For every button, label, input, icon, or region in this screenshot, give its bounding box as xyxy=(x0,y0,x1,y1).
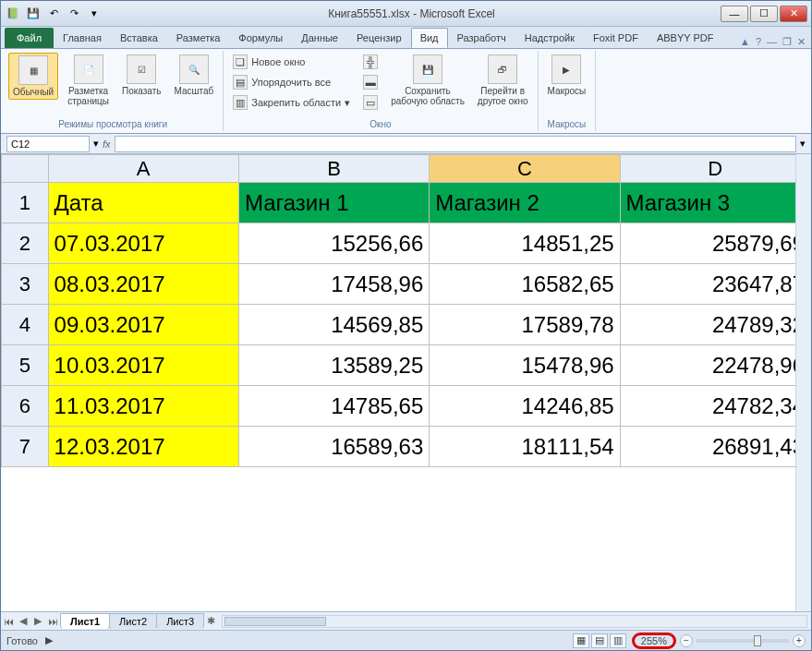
sheet-tab-3[interactable]: Лист3 xyxy=(156,613,204,629)
cell-B5[interactable]: 13589,25 xyxy=(238,345,429,386)
tab-developer[interactable]: Разработч xyxy=(448,28,515,48)
formula-expand-icon[interactable]: ▾ xyxy=(800,138,806,150)
save-icon[interactable]: 💾 xyxy=(25,6,42,22)
cell-D4[interactable]: 24789,32 xyxy=(620,305,810,345)
zoom-percent[interactable]: 255% xyxy=(637,634,671,647)
cell-C4[interactable]: 17589,78 xyxy=(430,305,620,345)
save-workspace-button[interactable]: 💾 Сохранить рабочую область xyxy=(387,53,468,108)
formula-input[interactable] xyxy=(115,136,796,152)
row-header-3[interactable]: 3 xyxy=(2,264,49,305)
row-header-2[interactable]: 2 xyxy=(2,223,49,264)
cell-B7[interactable]: 16589,63 xyxy=(238,427,429,467)
macro-record-icon[interactable]: ▶ xyxy=(45,634,53,646)
zoom-button[interactable]: 🔍 Масштаб xyxy=(170,53,217,98)
row-header-4[interactable]: 4 xyxy=(2,305,49,345)
cell-C2[interactable]: 14851,25 xyxy=(430,223,620,264)
fx-label[interactable]: fx xyxy=(103,139,111,150)
horizontal-scrollbar[interactable] xyxy=(222,615,807,628)
tab-home[interactable]: Главная xyxy=(54,28,111,48)
zoom-out-button[interactable]: − xyxy=(680,634,693,647)
tab-view[interactable]: Вид xyxy=(411,28,448,48)
zoom-slider[interactable] xyxy=(697,639,789,643)
close-button[interactable]: ✕ xyxy=(780,6,807,22)
cell-A3[interactable]: 08.03.2017 xyxy=(48,264,238,305)
tab-foxit[interactable]: Foxit PDF xyxy=(584,28,648,48)
minimize-button[interactable]: — xyxy=(721,6,748,22)
col-header-A[interactable]: A xyxy=(48,155,238,183)
cell-D7[interactable]: 26891,43 xyxy=(620,427,810,467)
cell-D1[interactable]: Магазин 3 xyxy=(620,183,810,223)
workbook-minimize-icon[interactable]: — xyxy=(767,36,777,48)
worksheet-grid[interactable]: ABCD1ДатаМагазин 1Магазин 2Магазин 3207.… xyxy=(1,154,811,611)
tab-addins[interactable]: Надстройк xyxy=(515,28,584,48)
row-header-5[interactable]: 5 xyxy=(2,345,49,386)
tab-insert[interactable]: Вставка xyxy=(111,28,167,48)
col-header-D[interactable]: D xyxy=(620,155,810,183)
sheet-nav-last-icon[interactable]: ⏭ xyxy=(45,616,60,627)
name-box[interactable]: C12 xyxy=(6,136,90,152)
new-window-button[interactable]: ❏Новое окно xyxy=(229,53,309,71)
split-button[interactable]: ╬ xyxy=(359,53,382,71)
sheet-nav-next-icon[interactable]: ▶ xyxy=(30,615,45,627)
cell-B6[interactable]: 14785,65 xyxy=(238,386,429,427)
unhide-button[interactable]: ▭ xyxy=(359,93,382,112)
cell-C5[interactable]: 15478,96 xyxy=(430,345,620,386)
undo-icon[interactable]: ↶ xyxy=(45,6,62,22)
show-button[interactable]: ☑ Показать xyxy=(118,53,165,98)
cell-B2[interactable]: 15256,66 xyxy=(238,223,429,264)
vertical-scrollbar[interactable] xyxy=(795,154,811,611)
tab-formulas[interactable]: Формулы xyxy=(229,28,292,48)
view-pagelayout-icon[interactable]: ▤ xyxy=(591,633,608,648)
sheet-nav-prev-icon[interactable]: ◀ xyxy=(16,615,30,627)
cell-C1[interactable]: Магазин 2 xyxy=(430,183,620,223)
cell-A4[interactable]: 09.03.2017 xyxy=(48,305,238,345)
cell-A6[interactable]: 11.03.2017 xyxy=(48,386,238,427)
freeze-button[interactable]: ▥Закрепить области▾ xyxy=(229,93,354,112)
cell-B1[interactable]: Магазин 1 xyxy=(238,183,429,223)
maximize-button[interactable]: ☐ xyxy=(750,6,778,22)
tab-review[interactable]: Рецензир xyxy=(347,28,411,48)
cell-C7[interactable]: 18111,54 xyxy=(430,427,620,467)
cell-B4[interactable]: 14569,85 xyxy=(238,305,429,345)
cell-A2[interactable]: 07.03.2017 xyxy=(48,223,238,264)
cell-A1[interactable]: Дата xyxy=(48,183,238,223)
cell-A5[interactable]: 10.03.2017 xyxy=(48,345,238,386)
switch-window-button[interactable]: 🗗 Перейти в другое окно xyxy=(474,53,532,108)
row-header-1[interactable]: 1 xyxy=(2,183,49,223)
normal-view-button[interactable]: ▦ Обычный xyxy=(8,53,58,100)
help-icon[interactable]: ? xyxy=(756,36,761,48)
cell-D6[interactable]: 24782,34 xyxy=(620,386,810,427)
cell-D2[interactable]: 25879,69 xyxy=(620,223,810,264)
tab-file[interactable]: Файл xyxy=(5,28,54,48)
name-box-dropdown-icon[interactable]: ▾ xyxy=(93,138,99,150)
select-all-corner[interactable] xyxy=(2,155,49,183)
cell-A7[interactable]: 12.03.2017 xyxy=(48,427,238,467)
tab-abbyy[interactable]: ABBYY PDF xyxy=(648,28,723,48)
cell-C3[interactable]: 16582,65 xyxy=(430,264,620,305)
redo-icon[interactable]: ↷ xyxy=(66,6,82,22)
view-pagebreak-icon[interactable]: ▥ xyxy=(610,633,626,648)
tab-data[interactable]: Данные xyxy=(292,28,347,48)
zoom-in-button[interactable]: + xyxy=(793,634,806,647)
cell-D3[interactable]: 23647,87 xyxy=(620,264,810,305)
view-normal-icon[interactable]: ▦ xyxy=(573,633,589,648)
row-header-6[interactable]: 6 xyxy=(2,386,49,427)
new-sheet-icon[interactable]: ✱ xyxy=(203,615,218,627)
col-header-C[interactable]: C xyxy=(430,155,620,183)
col-header-B[interactable]: B xyxy=(238,155,429,183)
arrange-button[interactable]: ▤Упорядочить все xyxy=(229,73,334,91)
sheet-tab-2[interactable]: Лист2 xyxy=(109,613,157,629)
tab-layout[interactable]: Разметка xyxy=(167,28,230,48)
sheet-nav-first-icon[interactable]: ⏮ xyxy=(1,616,16,627)
ribbon-minimize-icon[interactable]: ▲ xyxy=(740,36,750,48)
hide-button[interactable]: ▬ xyxy=(359,73,382,91)
workbook-restore-icon[interactable]: ❐ xyxy=(782,36,792,48)
macros-button[interactable]: ▶ Макросы xyxy=(544,53,590,98)
qat-dropdown-icon[interactable]: ▾ xyxy=(86,6,103,22)
cell-D5[interactable]: 22478,96 xyxy=(620,345,810,386)
sheet-tab-1[interactable]: Лист1 xyxy=(60,613,110,629)
page-layout-button[interactable]: 📄 Разметка страницы xyxy=(64,53,113,108)
cell-B3[interactable]: 17458,96 xyxy=(238,264,429,305)
row-header-7[interactable]: 7 xyxy=(2,427,49,467)
workbook-close-icon[interactable]: ✕ xyxy=(797,36,806,48)
